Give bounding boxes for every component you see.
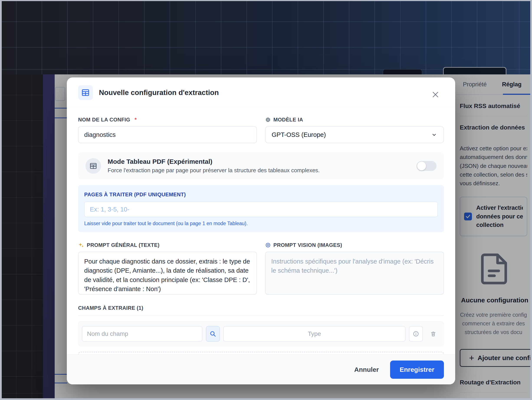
toggle-knob	[417, 161, 426, 170]
info-icon	[413, 331, 419, 337]
required-mark: *	[134, 117, 137, 123]
modal-title: Nouvelle configuration d'extraction	[99, 88, 219, 97]
table-mode-toggle[interactable]	[417, 161, 437, 171]
trash-icon	[430, 331, 437, 337]
table-mode-description: Force l'extraction page par page pour pr…	[108, 167, 410, 174]
app-window: Propriété Réglag Flux RSS automatisé Ext…	[0, 0, 532, 400]
close-button[interactable]	[430, 89, 441, 101]
prompt-text-label: PROMPT GÉNÉRAL (TEXTE)	[78, 242, 257, 248]
extraction-config-modal: Nouvelle configuration d'extraction NOM …	[67, 77, 455, 384]
cancel-button[interactable]: Annuler	[354, 366, 379, 373]
config-name-label: NOM DE LA CONFIG*	[78, 117, 257, 123]
pages-section: PAGES À TRAITER (PDF UNIQUEMENT) Laisser…	[78, 185, 444, 232]
table-icon	[89, 162, 97, 170]
pages-helper-text: Laisser vide pour traiter tout le docume…	[84, 221, 438, 226]
table-icon-badge	[78, 85, 93, 100]
field-delete-button[interactable]	[426, 326, 440, 342]
table-mode-icon-badge	[85, 158, 101, 174]
field-row	[78, 321, 444, 346]
pages-input[interactable]	[84, 201, 438, 217]
chevron-down-icon	[431, 131, 437, 138]
fields-divider	[78, 315, 444, 316]
modal-footer: Annuler Enregistrer	[67, 354, 455, 384]
table-icon	[81, 88, 90, 97]
prompt-vision-textarea[interactable]	[265, 252, 444, 294]
prompt-vision-label: PROMPT VISION (IMAGES)	[265, 242, 444, 248]
model-label: MODÈLE IA	[265, 117, 444, 123]
pages-label: PAGES À TRAITER (PDF UNIQUEMENT)	[84, 192, 438, 198]
config-name-input[interactable]	[78, 126, 257, 143]
table-mode-card: Mode Tableau PDF (Expérimental) Force l'…	[78, 152, 444, 179]
field-name-input[interactable]	[82, 326, 203, 342]
prompt-text-textarea[interactable]: Pour chaque diagnostic dans ce dossier, …	[78, 252, 257, 294]
fields-section-label: CHAMPS À EXTRAIRE (1)	[78, 305, 444, 311]
model-select[interactable]: GPT-OSS (Europe)	[265, 126, 444, 143]
close-icon	[431, 90, 440, 99]
table-mode-title: Mode Tableau PDF (Expérimental)	[108, 158, 410, 165]
chip-icon	[265, 117, 271, 123]
field-type-input[interactable]	[223, 326, 405, 342]
search-icon	[209, 330, 216, 338]
model-select-value: GPT-OSS (Europe)	[272, 131, 326, 138]
field-search-button[interactable]	[206, 326, 220, 342]
target-eye-icon	[265, 242, 271, 248]
sparkles-icon	[78, 242, 84, 248]
save-button[interactable]: Enregistrer	[390, 361, 444, 379]
modal-header: Nouvelle configuration d'extraction	[67, 77, 455, 107]
field-info-button[interactable]	[409, 326, 423, 342]
